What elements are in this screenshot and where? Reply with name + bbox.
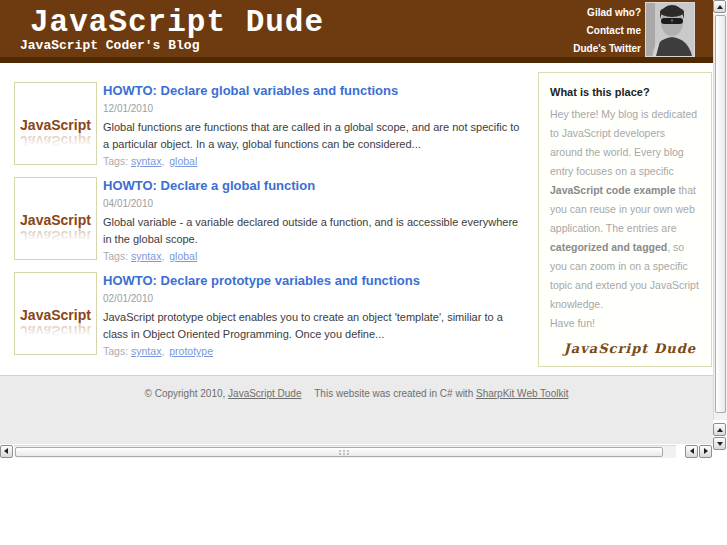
- arrow-down-icon: [717, 442, 723, 446]
- arrow-up-icon: [717, 428, 723, 432]
- footer-link-sharpkit[interactable]: SharpKit Web Toolkit: [476, 388, 568, 399]
- horizontal-scrollbar-buttons: [685, 445, 713, 458]
- scroll-left-button-right[interactable]: [685, 445, 698, 458]
- post-thumbnail[interactable]: JavaScript JavaScript: [14, 272, 97, 355]
- about-closing: Have fun!: [550, 314, 700, 333]
- header-nav: Gilad who? Contact me Dude's Twitter: [573, 4, 641, 57]
- tag-link-syntax[interactable]: syntax: [131, 250, 161, 262]
- post-tags: Tags: syntax, global: [103, 154, 527, 168]
- tag-link-global[interactable]: global: [169, 250, 197, 262]
- post-excerpt: Global variable - a variable declared ou…: [103, 214, 527, 247]
- copyright-text: © Copyright 2010,: [145, 388, 226, 399]
- about-box: What is this place? Hey there! My blog i…: [538, 72, 712, 367]
- post-title-link[interactable]: HOWTO: Declare global variables and func…: [103, 83, 527, 99]
- browser-viewport: JavaScript Dude JavaScript Coder's Blog …: [0, 0, 727, 545]
- post-excerpt: Global functions are functions that are …: [103, 119, 527, 152]
- thumbnail-reflection: JavaScript: [20, 133, 91, 148]
- vertical-scrollbar-track[interactable]: [713, 14, 727, 420]
- scrollbar-grip-icon: [339, 450, 341, 452]
- arrow-left-icon: [690, 448, 694, 454]
- tag-link-syntax[interactable]: syntax: [131, 155, 161, 167]
- about-text-bold: categorized and tagged: [550, 241, 667, 253]
- about-box-text: Hey there! My blog is dedicated to JavaS…: [550, 105, 700, 314]
- dude-photo: [645, 2, 695, 57]
- post-tags: Tags: syntax, global: [103, 249, 527, 263]
- post-date: 02/01/2010: [103, 292, 527, 305]
- main-content: JavaScript JavaScript HOWTO: Declare glo…: [0, 63, 713, 375]
- post-date: 12/01/2010: [103, 102, 527, 115]
- blog-post: JavaScript JavaScript HOWTO: Declare a g…: [14, 177, 538, 260]
- tag-link-syntax[interactable]: syntax: [131, 345, 161, 357]
- vertical-scrollbar[interactable]: [713, 0, 727, 458]
- post-body: HOWTO: Declare global variables and func…: [103, 82, 527, 165]
- nav-link-dudes-twitter[interactable]: Dude's Twitter: [573, 40, 641, 57]
- site-header: JavaScript Dude JavaScript Coder's Blog …: [0, 0, 713, 57]
- vertical-scrollbar-thumb[interactable]: [715, 15, 726, 413]
- nav-link-contact-me[interactable]: Contact me: [573, 22, 641, 40]
- post-tags: Tags: syntax, prototype: [103, 344, 527, 358]
- thumbnail-reflection: JavaScript: [20, 323, 91, 338]
- tag-link-prototype[interactable]: prototype: [169, 345, 213, 357]
- about-box-title: What is this place?: [550, 85, 700, 99]
- scroll-up-button-bottom[interactable]: [713, 423, 726, 436]
- post-body: HOWTO: Declare a global function 04/01/2…: [103, 177, 527, 260]
- post-thumbnail[interactable]: JavaScript JavaScript: [14, 82, 97, 165]
- vertical-scrollbar-buttons: [713, 423, 726, 451]
- arrow-left-icon: [4, 448, 8, 454]
- arrow-up-icon: [717, 5, 723, 9]
- blog-post: JavaScript JavaScript HOWTO: Declare glo…: [14, 82, 538, 165]
- scroll-up-button[interactable]: [713, 0, 726, 13]
- tag-separator: ,: [161, 155, 164, 167]
- thumbnail-text: JavaScript: [20, 118, 91, 133]
- scroll-down-button[interactable]: [713, 437, 726, 450]
- tags-label: Tags:: [103, 345, 128, 357]
- thumbnail-reflection: JavaScript: [20, 228, 91, 243]
- signature: JavaScript Dude: [550, 341, 700, 356]
- blog-post: JavaScript JavaScript HOWTO: Declare pro…: [14, 272, 538, 355]
- arrow-right-icon: [704, 448, 708, 454]
- scroll-left-button[interactable]: [0, 445, 13, 458]
- post-date: 04/01/2010: [103, 197, 527, 210]
- about-text-bold: JavaScript code example: [550, 184, 675, 196]
- tag-separator: ,: [161, 250, 164, 262]
- post-excerpt: JavaScript prototype object enables you …: [103, 309, 527, 342]
- dude-photo-graphic: [646, 3, 694, 56]
- thumbnail-text: JavaScript: [20, 308, 91, 323]
- post-body: HOWTO: Declare prototype variables and f…: [103, 272, 527, 355]
- tags-label: Tags:: [103, 250, 128, 262]
- post-title-link[interactable]: HOWTO: Declare a global function: [103, 178, 527, 194]
- tag-link-global[interactable]: global: [169, 155, 197, 167]
- tag-separator: ,: [161, 345, 164, 357]
- site-footer: © Copyright 2010, JavaScript Dude This w…: [0, 375, 713, 444]
- tags-label: Tags:: [103, 155, 128, 167]
- page: JavaScript Dude JavaScript Coder's Blog …: [0, 0, 713, 444]
- footer-link-javascript-dude[interactable]: JavaScript Dude: [228, 388, 301, 399]
- post-thumbnail[interactable]: JavaScript JavaScript: [14, 177, 97, 260]
- nav-link-gilad-who[interactable]: Gilad who?: [573, 4, 641, 22]
- post-list: JavaScript JavaScript HOWTO: Declare glo…: [0, 63, 538, 375]
- horizontal-scrollbar-track[interactable]: [14, 445, 676, 458]
- post-title-link[interactable]: HOWTO: Declare prototype variables and f…: [103, 273, 527, 289]
- horizontal-scrollbar[interactable]: [0, 444, 713, 458]
- created-with-text: This website was created in C# with: [314, 388, 473, 399]
- about-text-part: Hey there! My blog is dedicated to JavaS…: [550, 108, 697, 177]
- thumbnail-text: JavaScript: [20, 213, 91, 228]
- scroll-right-button[interactable]: [699, 445, 712, 458]
- horizontal-scrollbar-thumb[interactable]: [15, 447, 663, 457]
